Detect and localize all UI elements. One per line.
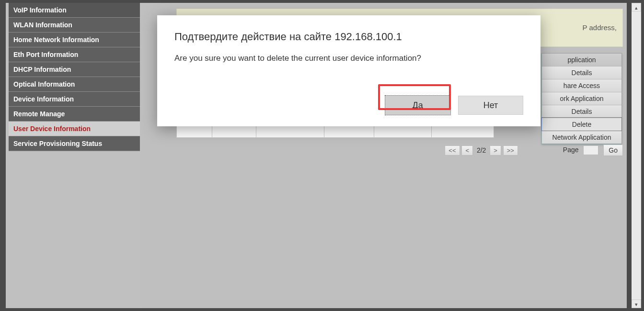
scroll-up-icon[interactable]: ▴	[632, 3, 641, 11]
action-menu-item-details[interactable]: Details	[542, 66, 621, 79]
action-menu-item-ork-application[interactable]: ork Application	[542, 92, 621, 105]
pager-last-button[interactable]: >>	[503, 145, 518, 156]
sidebar-item-remote-manage[interactable]: Remote Manage	[9, 107, 140, 122]
sidebar-item-wlan-information[interactable]: WLAN Information	[9, 18, 140, 33]
pager-page-input[interactable]	[583, 145, 598, 155]
pagination: << < 2/2 > >> Page Go	[176, 144, 623, 156]
dialog-message: Are you sure you want to delete the curr…	[157, 43, 540, 63]
sidebar-item-home-network-information[interactable]: Home Network Information	[9, 33, 140, 47]
scroll-down-icon[interactable]: ▾	[632, 300, 641, 308]
pager-next-button[interactable]: >	[490, 145, 501, 156]
pager-page-label: Page	[563, 146, 579, 154]
sidebar: VoIP Information WLAN Information Home N…	[6, 3, 140, 308]
sidebar-item-service-provisioning-status[interactable]: Service Provisioning Status	[9, 136, 140, 151]
info-banner-text: P address,	[583, 23, 617, 32]
sidebar-item-dhcp-information[interactable]: DHCP Information	[9, 62, 140, 77]
dialog-no-button[interactable]: Нет	[458, 96, 523, 115]
confirm-dialog: Подтвердите действие на сайте 192.168.10…	[157, 15, 540, 126]
action-menu-item-share-access[interactable]: hare Access	[542, 79, 621, 92]
sidebar-item-user-device-information[interactable]: User Device Information	[9, 122, 140, 136]
pager-go-button[interactable]: Go	[603, 144, 623, 156]
sidebar-item-eth-port-information[interactable]: Eth Port Information	[9, 47, 140, 62]
sidebar-item-optical-information[interactable]: Optical Information	[9, 77, 140, 92]
table-row	[176, 126, 494, 138]
sidebar-item-voip-information[interactable]: VoIP Information	[9, 3, 140, 18]
pager-prev-button[interactable]: <	[461, 145, 473, 156]
action-menu-item-network-application[interactable]: Network Application	[542, 131, 621, 144]
vertical-scrollbar[interactable]: ▴ ▾	[632, 3, 641, 308]
action-menu: pplication Details hare Access ork Appli…	[541, 53, 622, 144]
dialog-title: Подтвердите действие на сайте 192.168.10…	[157, 15, 540, 43]
pager-first-button[interactable]: <<	[445, 145, 460, 156]
action-menu-item-delete[interactable]: Delete	[542, 118, 621, 131]
action-menu-header: pplication	[542, 54, 621, 66]
sidebar-item-device-information[interactable]: Device Information	[9, 92, 140, 107]
dialog-yes-button[interactable]: Да	[385, 96, 450, 115]
action-menu-item-details-2[interactable]: Details	[542, 105, 621, 118]
pager-page-indicator: 2/2	[475, 146, 488, 154]
